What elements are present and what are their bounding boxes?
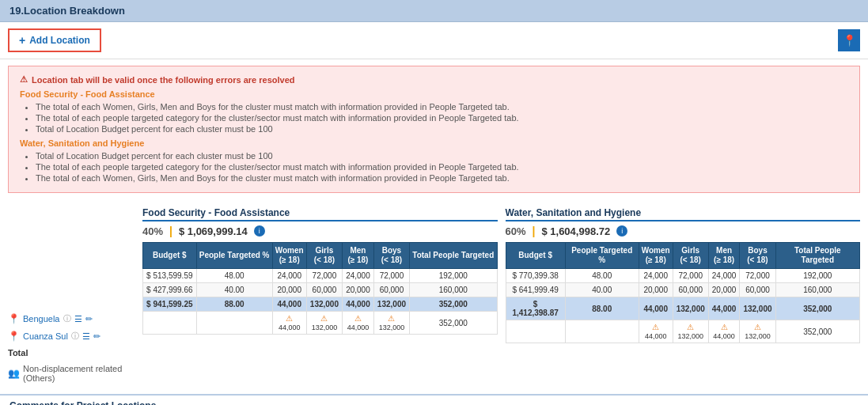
cluster-budget: $ 1,604,998.72 (541, 225, 610, 237)
warning-cell (565, 320, 639, 343)
table-cell: 352,000 (410, 297, 497, 312)
cluster-info-icon[interactable]: i (254, 225, 265, 237)
table-cell: 20,000 (708, 283, 740, 297)
warning-cell: ⚠132,000 (373, 312, 409, 335)
table-cell: 24,000 (343, 269, 374, 283)
col-header: Budget $ (143, 243, 197, 269)
table-cell: $ 513,599.59 (143, 269, 197, 283)
col-header: Men (≥ 18) (343, 243, 374, 269)
table-cell: 72,000 (740, 269, 775, 283)
warning-triangle-icon: ⚠ (721, 323, 728, 331)
warning-value: 132,000 (745, 332, 771, 340)
table-cell: 40.00 (565, 283, 639, 297)
table-cell: 60,000 (306, 283, 342, 297)
total-label: Total (8, 348, 28, 358)
edit-icon-benguela[interactable]: ✏ (85, 314, 93, 324)
warning-triangle-icon: ⚠ (320, 314, 328, 323)
comments-label: Comments for Project Locations (9, 400, 156, 405)
error-box: ⚠ Location tab will be valid once the fo… (8, 66, 860, 193)
cluster-name-1: Water, Sanitation and Hygiene (506, 207, 861, 221)
warning-value: 44,000 (713, 332, 735, 340)
cluster-info-icon[interactable]: i (616, 225, 627, 237)
table-cell: 44,000 (639, 297, 673, 320)
table-cell: $ 1,412,398.87 (506, 297, 565, 320)
warning-value: 132,000 (677, 332, 703, 340)
warning-value: 132,000 (312, 324, 338, 331)
warning-triangle-icon: ⚠ (354, 314, 362, 323)
info-icon-cuanza-sul[interactable]: ⓘ (71, 331, 79, 342)
add-location-button[interactable]: + Add Location (8, 28, 101, 52)
warning-cell (196, 312, 272, 335)
table-cell: 20,000 (639, 283, 673, 297)
map-button[interactable]: 📍 (838, 29, 860, 51)
col-header: People Targeted % (196, 243, 272, 269)
table-cell: 44,000 (708, 297, 740, 320)
location-pin-icon-cuanza-sul: 📍 (8, 331, 20, 342)
table-cell: 132,000 (306, 297, 342, 312)
warning-triangle-icon: ⚠ (388, 314, 395, 323)
table-cell: 24,000 (272, 269, 306, 283)
warning-cell: ⚠132,000 (673, 320, 708, 343)
warning-value: 44,000 (279, 324, 301, 331)
location-item-benguela: 📍 Benguela ⓘ ☰ ✏ (8, 310, 135, 327)
section-title: 19.Location Breakdown (9, 5, 125, 17)
table-cell: 44,000 (272, 297, 306, 312)
cluster-divider: | (169, 225, 172, 237)
location-name-cuanza-sul[interactable]: Cuanza Sul (23, 331, 68, 341)
left-sidebar: 📍 Benguela ⓘ ☰ ✏ 📍 Cuanza Sul ⓘ ☰ ✏ Tota… (8, 207, 135, 386)
main-content: 📍 Benguela ⓘ ☰ ✏ 📍 Cuanza Sul ⓘ ☰ ✏ Tota… (0, 199, 868, 394)
table-cell: 88.00 (565, 297, 639, 320)
warning-value: 44,000 (347, 324, 370, 331)
table-cell: 20,000 (272, 283, 306, 297)
table-cell: 160,000 (410, 283, 497, 297)
section-header: 19.Location Breakdown (0, 0, 868, 22)
clusters-area: Food Security - Food Assistance 40% | $ … (142, 207, 860, 386)
warning-cell: ⚠132,000 (306, 312, 342, 335)
col-header: Boys (< 18) (373, 243, 409, 269)
error-item: The total of each Women, Girls, Men and … (36, 102, 848, 112)
toolbar: + Add Location 📍 (0, 22, 868, 59)
table-cell: 48.00 (196, 269, 272, 283)
error-item: Total of Location Budget percent for eac… (36, 151, 848, 161)
error-header: ⚠ Location tab will be valid once the fo… (20, 74, 848, 85)
cluster-percent: 40% (142, 225, 163, 237)
table-cell: 44,000 (343, 297, 374, 312)
col-header: Budget $ (506, 243, 565, 269)
location-name-benguela[interactable]: Benguela (23, 314, 60, 324)
table-cell: 60,000 (740, 283, 775, 297)
cluster-meta-1: 60% | $ 1,604,998.72 i (506, 225, 861, 237)
edit-icon-cuanza-sul[interactable]: ✏ (93, 331, 100, 342)
add-location-label: Add Location (29, 35, 90, 46)
col-header: Women (≥ 18) (272, 243, 306, 269)
col-header: Total People Targeted (410, 243, 497, 269)
clusters-row: Food Security - Food Assistance 40% | $ … (142, 207, 860, 343)
cluster-budget: $ 1,069,999.14 (179, 225, 248, 237)
table-icon-cuanza-sul[interactable]: ☰ (82, 331, 90, 342)
table-cell: 192,000 (775, 269, 859, 283)
table-row: ⚠44,000⚠132,000⚠44,000⚠132,000352,000 (506, 320, 860, 343)
cluster-table-1: Budget $People Targeted %Women (≥ 18)Gir… (506, 242, 861, 343)
col-header: Men (≥ 18) (708, 243, 740, 269)
table-icon-benguela[interactable]: ☰ (74, 314, 82, 324)
table-cell: 24,000 (708, 269, 740, 283)
map-pin-icon: 📍 (843, 34, 856, 47)
table-cell: $ 427,999.66 (143, 283, 197, 297)
table-cell: 132,000 (673, 297, 708, 320)
table-cell: 60,000 (373, 283, 409, 297)
table-cell: 160,000 (775, 283, 859, 297)
col-header: Women (≥ 18) (639, 243, 673, 269)
warning-cell: ⚠132,000 (740, 320, 775, 343)
error-cluster-title: Food Security - Food Assistance (20, 89, 848, 99)
warning-cell: ⚠44,000 (639, 320, 673, 343)
warning-triangle-icon: ⚠ (687, 323, 694, 331)
col-header: Total People Targeted (775, 243, 859, 269)
table-row: $ 770,399.3848.0024,00072,00024,00072,00… (506, 269, 860, 283)
warning-value: 44,000 (645, 332, 667, 340)
table-cell: 72,000 (306, 269, 342, 283)
table-cell: 72,000 (373, 269, 409, 283)
warning-triangle-icon: ⚠ (754, 323, 761, 331)
total-row: Total (8, 345, 135, 361)
info-icon-benguela[interactable]: ⓘ (63, 313, 71, 324)
cluster-meta-0: 40% | $ 1,069,999.14 i (142, 225, 498, 237)
warning-cell: 352,000 (775, 320, 859, 343)
